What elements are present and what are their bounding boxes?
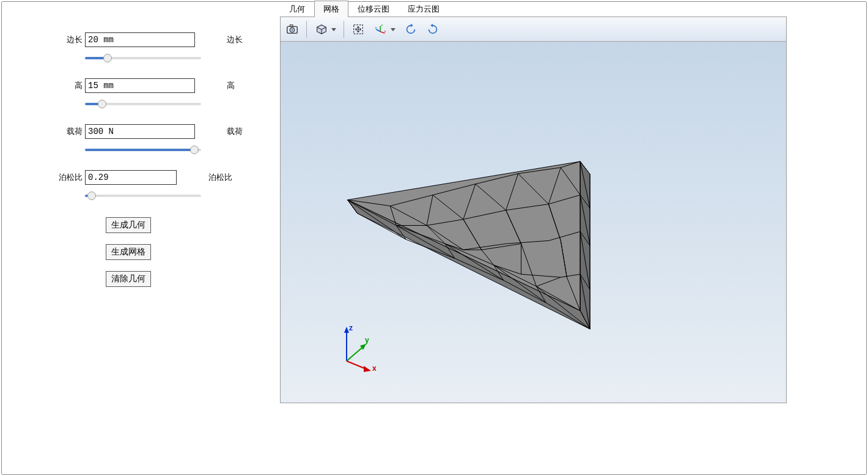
camera-icon[interactable] [283, 20, 301, 39]
param-row-edge: 边长 边长 [57, 32, 262, 47]
param-label-load-right: 载荷 [227, 126, 243, 137]
chevron-down-icon [331, 28, 336, 31]
fit-view-icon[interactable] [349, 20, 367, 39]
svg-marker-43 [364, 366, 371, 372]
height-input[interactable] [85, 78, 195, 93]
svg-marker-37 [344, 327, 349, 333]
rotate-cw-icon[interactable] [424, 20, 442, 39]
load-slider[interactable] [85, 149, 201, 151]
tab-geometry[interactable]: 几何 [280, 1, 314, 17]
param-label-edge-right: 边长 [227, 34, 243, 45]
height-slider[interactable] [85, 103, 201, 105]
tab-displacement[interactable]: 位移云图 [348, 1, 399, 17]
svg-point-2 [291, 29, 293, 31]
param-label-load: 载荷 [57, 126, 83, 137]
svg-text:y: y [365, 336, 369, 344]
tab-stress[interactable]: 应力云图 [399, 1, 449, 17]
tab-bar: 几何 网格 位移云图 应力云图 [280, 2, 787, 17]
viewport-toolbar: zxy [281, 17, 786, 42]
svg-text:z: z [349, 324, 353, 332]
svg-line-39 [347, 346, 364, 361]
param-label-height: 高 [57, 80, 83, 91]
svg-rect-3 [290, 24, 293, 26]
axes-xyz-icon[interactable]: zxy [371, 20, 398, 39]
poisson-input[interactable] [85, 170, 177, 185]
param-label-poisson-right: 泊松比 [208, 172, 232, 183]
sidebar: 边长 边长 高 高 载荷 载荷 泊松比 泊松比 [2, 2, 280, 474]
param-label-height-right: 高 [227, 80, 235, 91]
viewport-3d[interactable]: z y x [281, 42, 786, 403]
param-label-poisson: 泊松比 [57, 172, 83, 183]
load-input[interactable] [85, 124, 195, 139]
svg-text:y: y [375, 26, 377, 29]
chevron-down-icon [391, 28, 395, 31]
generate-mesh-button[interactable]: 生成网格 [106, 244, 151, 260]
svg-text:z: z [381, 23, 383, 27]
param-label-edge: 边长 [57, 34, 83, 45]
edge-length-slider[interactable] [85, 57, 201, 59]
generate-geometry-button[interactable]: 生成几何 [106, 217, 151, 233]
param-row-poisson: 泊松比 泊松比 [57, 170, 262, 185]
svg-marker-9 [580, 162, 590, 329]
rotate-ccw-icon[interactable] [402, 20, 420, 39]
svg-text:x: x [384, 29, 386, 32]
clear-geometry-button[interactable]: 清除几何 [106, 271, 151, 287]
svg-text:x: x [372, 364, 377, 373]
svg-marker-8 [348, 162, 581, 311]
poisson-slider[interactable] [85, 195, 201, 197]
cube-view-icon[interactable] [312, 20, 339, 39]
param-row-load: 载荷 载荷 [57, 124, 262, 139]
action-buttons: 生成几何 生成网格 清除几何 [106, 217, 262, 287]
axis-triad: z y x [329, 318, 384, 375]
tab-mesh[interactable]: 网格 [314, 1, 348, 17]
main-area: 几何 网格 位移云图 应力云图 zxy [280, 2, 866, 474]
param-row-height: 高 高 [57, 78, 262, 93]
edge-length-input[interactable] [85, 32, 195, 47]
